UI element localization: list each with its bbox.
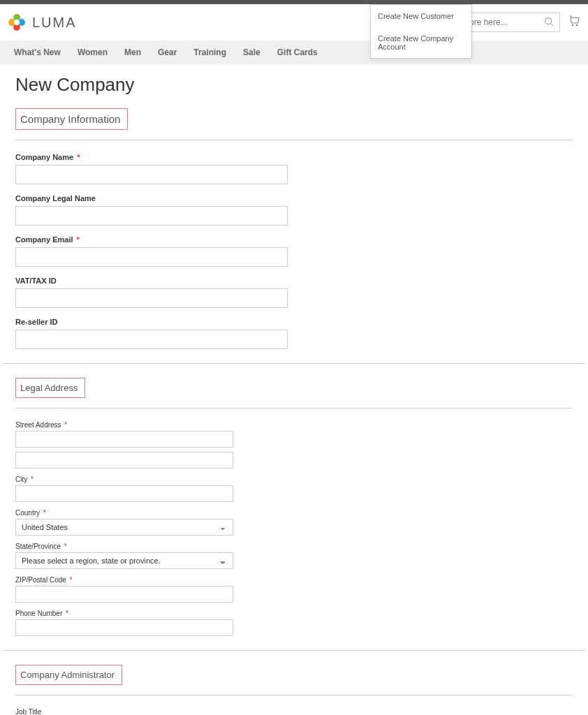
label-zip: ZIP/Postal Code * (15, 576, 573, 584)
input-street-1[interactable] (15, 431, 233, 448)
header: LUMA Create New Customer Create New Comp… (0, 4, 588, 40)
input-company-legal-name[interactable] (15, 206, 288, 226)
input-company-email[interactable] (15, 247, 288, 267)
logo-icon (7, 13, 27, 32)
dropdown-create-customer[interactable]: Create New Customer (371, 5, 471, 27)
field-company-name: Company Name * (15, 153, 573, 184)
nav-women[interactable]: Women (69, 40, 116, 64)
nav-sale[interactable]: Sale (235, 40, 269, 64)
input-company-name[interactable] (15, 165, 288, 184)
label-company-name: Company Name * (15, 153, 573, 161)
label-reseller: Re-seller ID (15, 318, 573, 326)
field-state: State/Province * Please select a region,… (15, 543, 573, 569)
section-legal-address: Legal Address Street Address * City * Co… (0, 378, 588, 636)
search-icon[interactable] (544, 17, 554, 29)
select-state[interactable]: Please select a region, state or provinc… (15, 552, 233, 569)
field-company-legal-name: Company Legal Name (15, 194, 573, 226)
input-vat[interactable] (15, 288, 288, 308)
nav-gift-cards[interactable]: Gift Cards (269, 40, 326, 64)
field-job-title: Job Title (15, 708, 573, 715)
account-dropdown: Create New Customer Create New Company A… (370, 4, 472, 59)
input-street-2[interactable] (15, 452, 233, 469)
field-phone: Phone Number * (15, 610, 573, 636)
field-reseller: Re-seller ID (15, 318, 573, 349)
field-street: Street Address * (15, 421, 573, 469)
field-company-email: Company Email * (15, 235, 573, 267)
section-title-legal-address: Legal Address (15, 378, 85, 398)
svg-point-5 (545, 17, 552, 24)
input-reseller[interactable] (15, 330, 288, 349)
nav-men[interactable]: Men (116, 40, 149, 64)
select-country[interactable]: United States (15, 519, 233, 536)
field-city: City * (15, 476, 573, 502)
input-zip[interactable] (15, 586, 233, 603)
svg-point-4 (14, 20, 20, 25)
divider (3, 650, 585, 651)
label-company-email: Company Email * (15, 235, 573, 244)
dropdown-create-company[interactable]: Create New Company Account (371, 27, 471, 58)
section-title-company-admin: Company Administrator (15, 665, 122, 685)
section-title-company-info: Company Information (15, 108, 128, 130)
label-street: Street Address * (15, 421, 573, 429)
label-city: City * (15, 476, 573, 483)
main-nav: What's New Women Men Gear Training Sale … (0, 40, 588, 64)
field-vat: VAT/TAX ID (15, 277, 573, 308)
cart-icon[interactable] (568, 15, 581, 31)
label-vat: VAT/TAX ID (15, 277, 573, 285)
page-title: New Company (0, 64, 588, 108)
logo[interactable]: LUMA (7, 13, 77, 32)
brand-text: LUMA (32, 15, 77, 31)
field-zip: ZIP/Postal Code * (15, 576, 573, 603)
nav-training[interactable]: Training (185, 40, 235, 64)
section-company-info: Company Information Company Name * Compa… (0, 108, 588, 349)
label-phone: Phone Number * (15, 610, 573, 617)
label-country: Country * (15, 509, 573, 517)
label-job-title: Job Title (15, 708, 573, 715)
nav-gear[interactable]: Gear (149, 40, 185, 64)
field-country: Country * United States (15, 509, 573, 536)
section-company-admin: Company Administrator Job Title Email * … (0, 665, 588, 715)
nav-whats-new[interactable]: What's New (6, 40, 69, 64)
label-company-legal-name: Company Legal Name (15, 194, 573, 202)
svg-line-6 (551, 23, 554, 26)
input-city[interactable] (15, 485, 233, 502)
input-phone[interactable] (15, 619, 233, 636)
label-state: State/Province * (15, 543, 573, 550)
divider (3, 363, 585, 364)
